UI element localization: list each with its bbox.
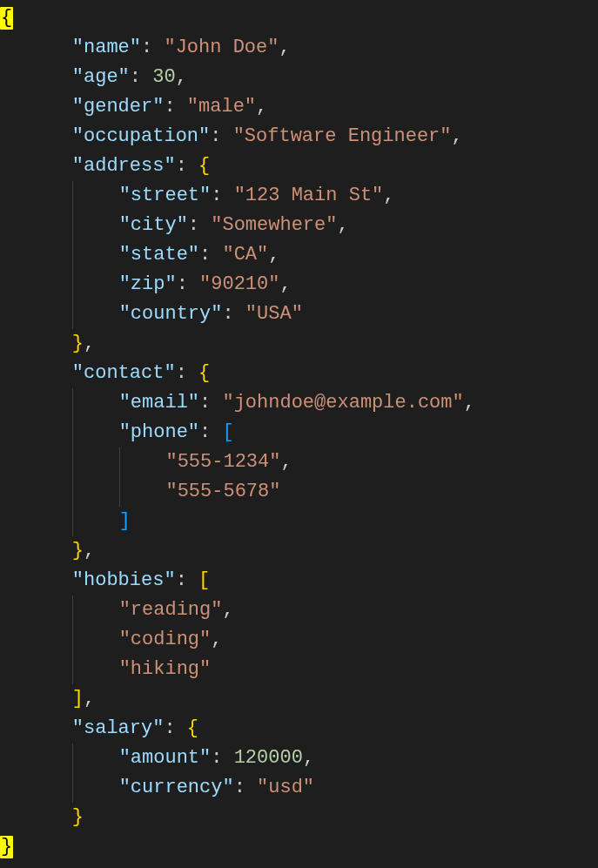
json-value: "90210" xyxy=(199,273,279,295)
json-key: "street" xyxy=(119,185,212,206)
json-key: "country" xyxy=(119,303,223,325)
brace-close: } xyxy=(72,806,84,828)
json-key: "zip" xyxy=(119,273,177,295)
json-value: "CA" xyxy=(222,244,268,266)
json-value: "hiking" xyxy=(119,658,212,680)
bracket-close: ] xyxy=(119,510,131,532)
json-value: "coding" xyxy=(119,629,212,650)
json-key: "gender" xyxy=(72,96,165,118)
bracket-open: [ xyxy=(222,421,233,443)
json-key: "city" xyxy=(119,214,188,236)
json-value: "123 Main St" xyxy=(234,185,384,206)
json-key: "salary" xyxy=(72,717,165,739)
json-key: "email" xyxy=(119,392,199,414)
json-key: "amount" xyxy=(119,747,212,769)
json-value: "johndoe@example.com" xyxy=(222,392,463,414)
json-value: 120000 xyxy=(234,747,303,769)
json-key: "phone" xyxy=(119,421,199,443)
json-key: "name" xyxy=(72,37,141,58)
json-key: "currency" xyxy=(119,777,234,798)
brace-open: { xyxy=(198,362,210,384)
json-value: "USA" xyxy=(245,303,303,325)
brace-open: { xyxy=(187,717,198,739)
json-value: 30 xyxy=(152,66,175,88)
json-value: "555-5678" xyxy=(165,481,280,502)
json-key: "age" xyxy=(72,66,130,88)
json-value: "usd" xyxy=(257,777,314,798)
brace-open-highlight: { xyxy=(0,7,13,30)
bracket-open: [ xyxy=(198,569,210,591)
json-key: "state" xyxy=(119,244,199,266)
json-key: "occupation" xyxy=(72,125,210,147)
json-value: "reading" xyxy=(119,599,223,621)
json-key: "contact" xyxy=(72,362,176,384)
brace-close-highlight: } xyxy=(0,836,13,858)
json-editor-view[interactable]: { "name": "John Doe", "age": 30, "gender… xyxy=(0,0,598,862)
brace-close: } xyxy=(72,333,84,354)
json-value: "John Doe" xyxy=(164,37,279,58)
json-value: "male" xyxy=(187,96,256,118)
json-key: "address" xyxy=(72,155,176,177)
brace-close: } xyxy=(72,540,84,562)
json-value: "Somewhere" xyxy=(211,214,337,236)
json-key: "hobbies" xyxy=(72,569,176,591)
bracket-close: ] xyxy=(72,688,84,710)
json-value: "Software Engineer" xyxy=(233,125,452,147)
brace-open: { xyxy=(198,155,210,177)
json-value: "555-1234" xyxy=(165,451,280,473)
